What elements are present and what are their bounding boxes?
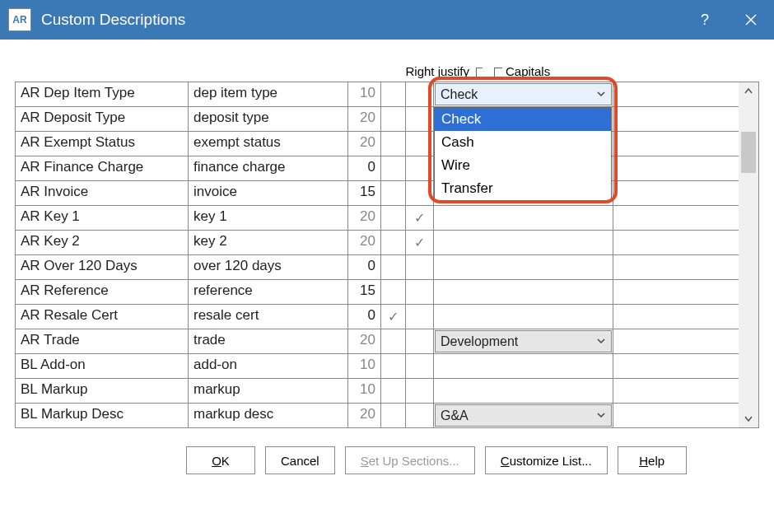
dropdown-option[interactable]: Transfer [435,177,611,200]
capitals-checkbox[interactable] [406,280,434,304]
right-justify-checkbox[interactable] [381,181,406,205]
length-value[interactable]: 10 [348,354,381,378]
help-titlebar-button[interactable]: ? [682,0,728,40]
dropdown-cell[interactable]: G&A [434,404,613,427]
table-row: AR Invoiceinvoice15 [16,181,739,206]
length-value[interactable]: 15 [348,280,381,304]
dropdown-cell[interactable]: Development [434,329,613,353]
description-input[interactable]: reference [189,280,348,304]
capitals-checkbox[interactable] [406,305,434,329]
right-justify-checkbox[interactable] [381,231,406,254]
capitals-checkbox[interactable] [406,404,434,427]
capitals-checkbox[interactable]: ✓ [406,206,434,230]
dropdown-option[interactable]: Wire [435,154,611,177]
right-justify-checkbox[interactable] [381,82,406,106]
close-icon [745,14,757,26]
customize-list-button[interactable]: Customize List... [485,446,608,474]
capitals-checkbox[interactable] [406,354,434,378]
ok-button[interactable]: OK [186,446,255,474]
dropdown-option[interactable]: Check [435,108,611,131]
right-justify-checkbox[interactable] [381,206,406,230]
row-label: AR Deposit Type [16,107,189,131]
description-input[interactable]: invoice [189,181,348,205]
dropdown-cell[interactable] [434,379,613,403]
dropdown-cell[interactable] [434,231,613,254]
right-justify-checkbox[interactable] [381,404,406,427]
description-input[interactable]: markup desc [189,404,348,427]
capitals-checkbox[interactable] [406,82,434,106]
table-row: AR Resale Certresale cert0✓ [16,305,739,329]
description-input[interactable]: markup [189,379,348,403]
dropdown-cell[interactable] [434,280,613,304]
row-label: AR Exempt Status [16,132,189,156]
description-input[interactable]: dep item type [189,82,348,106]
description-input[interactable]: over 120 days [189,255,348,279]
length-value[interactable]: 20 [348,206,381,230]
dropdown-option[interactable]: Cash [435,131,611,154]
dropdown-popup[interactable]: CheckCashWireTransfer [434,107,612,201]
right-justify-checkbox[interactable] [381,156,406,180]
table-row: AR Key 2key 220✓ [16,231,739,255]
scroll-thumb[interactable] [741,132,756,173]
capitals-checkbox[interactable]: ✓ [406,231,434,254]
length-value[interactable]: 10 [348,379,381,403]
description-input[interactable]: key 1 [189,206,348,230]
close-button[interactable] [728,0,774,40]
row-label: AR Key 2 [16,231,189,254]
description-input[interactable]: add-on [189,354,348,378]
capitals-checkbox[interactable] [406,379,434,403]
chevron-down-icon [596,408,606,423]
scroll-up-icon[interactable] [739,82,758,100]
dropdown-cell[interactable] [434,255,613,279]
capitals-checkbox[interactable] [406,329,434,353]
capitals-checkbox[interactable] [406,181,434,205]
row-label: BL Add-on [16,354,189,378]
combo-box[interactable]: G&A [435,404,612,427]
capitals-checkbox[interactable] [406,255,434,279]
capitals-checkbox[interactable] [406,156,434,180]
row-label: BL Markup Desc [16,404,189,427]
length-value[interactable]: 10 [348,82,381,106]
length-value[interactable]: 0 [348,255,381,279]
length-value[interactable]: 20 [348,231,381,254]
right-justify-checkbox[interactable]: ✓ [381,305,406,329]
length-value[interactable]: 20 [348,107,381,131]
length-value[interactable]: 15 [348,181,381,205]
table-row: AR Referencereference15 [16,280,739,305]
right-justify-checkbox[interactable] [381,354,406,378]
capitals-checkbox[interactable] [406,107,434,131]
description-input[interactable]: exempt status [189,132,348,156]
vertical-scrollbar[interactable] [739,82,758,428]
length-value[interactable]: 0 [348,305,381,329]
dialog-body: Right justify Capitals AR Dep Item Typed… [0,40,774,489]
length-value[interactable]: 20 [348,329,381,353]
right-justify-checkbox[interactable] [381,280,406,304]
dropdown-cell[interactable]: Check [434,82,613,106]
length-value[interactable]: 20 [348,132,381,156]
description-input[interactable]: key 2 [189,231,348,254]
description-input[interactable]: resale cert [189,305,348,329]
combo-box[interactable]: Check [435,83,612,105]
capitals-checkbox[interactable] [406,132,434,156]
combo-value: Check [441,87,478,102]
dropdown-cell[interactable] [434,354,613,378]
check-icon: ✓ [388,309,399,324]
dropdown-cell[interactable] [434,305,613,329]
right-justify-checkbox[interactable] [381,379,406,403]
length-value[interactable]: 20 [348,404,381,427]
right-justify-checkbox[interactable] [381,132,406,156]
description-input[interactable]: finance charge [189,156,348,180]
right-justify-checkbox[interactable] [381,255,406,279]
dropdown-cell[interactable] [434,206,613,230]
right-justify-checkbox[interactable] [381,329,406,353]
help-button[interactable]: Help [618,446,687,474]
right-justify-checkbox[interactable] [381,107,406,131]
description-input[interactable]: deposit type [189,107,348,131]
description-input[interactable]: trade [189,329,348,353]
scroll-down-icon[interactable] [739,409,758,427]
combo-box[interactable]: Development [435,330,612,352]
chevron-down-icon [596,87,606,102]
cancel-button[interactable]: Cancel [265,446,335,474]
button-bar: OK Cancel Set Up Sections... Customize L… [186,446,759,474]
length-value[interactable]: 0 [348,156,381,180]
